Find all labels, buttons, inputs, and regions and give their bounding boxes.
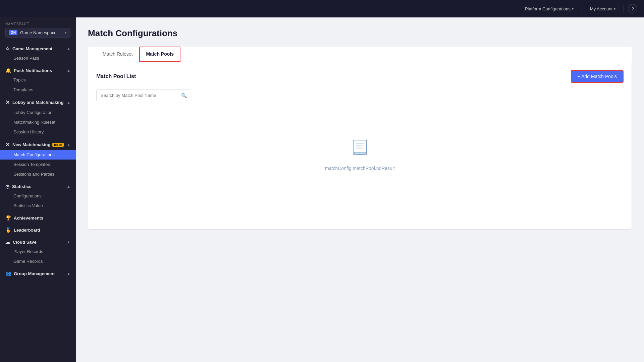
push-notifications-collapse-icon: ▲ bbox=[67, 68, 70, 72]
achievements-icon: 🏆 bbox=[5, 215, 11, 221]
namespace-section: NAMESPACE GN Game Namespace ▾ bbox=[0, 17, 76, 41]
nav-divider-2 bbox=[624, 5, 624, 13]
group-management-label: Group Management bbox=[14, 271, 55, 276]
new-matchmaking-label: New Matchmaking bbox=[12, 142, 50, 147]
tab-match-pools[interactable]: Match Pools bbox=[139, 47, 180, 62]
svg-point-5 bbox=[359, 154, 361, 155]
cloud-save-icon: ☁ bbox=[5, 239, 10, 245]
sidebar-group-achievements: 🏆 Achievements bbox=[0, 212, 76, 223]
sidebar-item-configurations[interactable]: Configurations bbox=[0, 191, 76, 201]
tab-match-ruleset[interactable]: Match Ruleset bbox=[96, 47, 139, 62]
svg-rect-4 bbox=[356, 147, 363, 148]
sidebar-item-sessions-parties[interactable]: Sessions and Parties bbox=[0, 169, 76, 179]
push-notifications-icon: 🔔 bbox=[5, 68, 11, 73]
add-match-pools-button[interactable]: + Add Match Pools bbox=[571, 70, 624, 83]
sidebar-item-statistics-value[interactable]: Statistics Value bbox=[0, 201, 76, 210]
sidebar-item-game-records[interactable]: Game Records bbox=[0, 256, 76, 266]
namespace-selector[interactable]: GN Game Namespace ▾ bbox=[5, 28, 70, 38]
group-management-collapse-icon: ▲ bbox=[67, 272, 70, 276]
sidebar-item-season-pass[interactable]: Season Pass bbox=[0, 53, 76, 63]
new-matchmaking-collapse-icon: ▲ bbox=[67, 143, 70, 147]
sidebar-group-header-push-notifications[interactable]: 🔔 Push Notifications ▲ bbox=[0, 64, 76, 75]
cloud-save-collapse-icon: ▲ bbox=[67, 240, 70, 244]
svg-rect-2 bbox=[356, 143, 364, 144]
sidebar-item-session-templates[interactable]: Session Templates bbox=[0, 160, 76, 169]
platform-configs-nav[interactable]: Platform Configurations ▾ bbox=[521, 4, 578, 13]
sidebar-group-game-management: ☆ Game Management ▲ Season Pass bbox=[0, 43, 76, 63]
sidebar-group-header-new-matchmaking[interactable]: ✕ New Matchmaking BETA ▲ bbox=[0, 138, 76, 150]
sidebar-group-header-lobby[interactable]: ✕ Lobby and Matchmaking ▲ bbox=[0, 96, 76, 108]
my-account-nav[interactable]: My Account ▾ bbox=[586, 4, 620, 13]
app-body: NAMESPACE GN Game Namespace ▾ ☆ Game Man… bbox=[0, 17, 644, 362]
search-input[interactable] bbox=[96, 89, 190, 101]
platform-configs-chevron-icon: ▾ bbox=[572, 7, 574, 11]
game-management-label: Game Management bbox=[12, 46, 52, 51]
sidebar-group-header-cloud-save[interactable]: ☁ Cloud Save ▲ bbox=[0, 236, 76, 247]
cloud-save-label: Cloud Save bbox=[13, 240, 37, 245]
main-content: Match Configurations Match Ruleset Match… bbox=[76, 17, 644, 362]
sidebar-group-statistics: ◷ Statistics ▲ Configurations Statistics… bbox=[0, 180, 76, 210]
group-management-icon: 👥 bbox=[5, 271, 11, 276]
help-button[interactable]: ? bbox=[628, 4, 637, 13]
beta-badge: BETA bbox=[52, 143, 64, 147]
namespace-label: NAMESPACE bbox=[5, 22, 70, 26]
empty-state-text: matchConfig.matchPool.noResult bbox=[325, 166, 395, 171]
achievements-label: Achievements bbox=[14, 216, 43, 221]
leaderboard-icon: 🏅 bbox=[5, 227, 11, 233]
tabs-bar: Match Ruleset Match Pools bbox=[88, 47, 632, 62]
empty-state: matchConfig.matchPool.noResult bbox=[96, 109, 624, 198]
statistics-label: Statistics bbox=[12, 184, 32, 189]
lobby-label: Lobby and Matchmaking bbox=[12, 100, 63, 105]
sidebar-item-templates[interactable]: Templates bbox=[0, 85, 76, 95]
content-panel: Match Pool List + Add Match Pools 🔍 ma bbox=[88, 62, 632, 230]
help-icon: ? bbox=[631, 6, 634, 11]
ns-badge: GN bbox=[9, 30, 17, 35]
statistics-icon: ◷ bbox=[5, 184, 9, 189]
statistics-collapse-icon: ▲ bbox=[67, 184, 70, 188]
svg-rect-3 bbox=[356, 145, 362, 146]
sidebar-group-new-matchmaking: ✕ New Matchmaking BETA ▲ Match Configura… bbox=[0, 138, 76, 179]
sidebar-group-header-game-management[interactable]: ☆ Game Management ▲ bbox=[0, 43, 76, 53]
sidebar-group-header-leaderboard[interactable]: 🏅 Leaderboard bbox=[0, 224, 76, 235]
sidebar-group-cloud-save: ☁ Cloud Save ▲ Player Records Game Recor… bbox=[0, 236, 76, 266]
game-management-collapse-icon: ▲ bbox=[67, 47, 70, 51]
sidebar-group-group-management: 👥 Group Management ▲ bbox=[0, 267, 76, 278]
top-nav: Platform Configurations ▾ My Account ▾ ? bbox=[0, 0, 644, 17]
game-management-icon: ☆ bbox=[5, 46, 10, 51]
my-account-chevron-icon: ▾ bbox=[614, 7, 615, 11]
sidebar-group-header-achievements[interactable]: 🏆 Achievements bbox=[0, 212, 76, 223]
sidebar-item-session-history[interactable]: Session History bbox=[0, 127, 76, 137]
empty-state-icon bbox=[348, 136, 372, 160]
my-account-label: My Account bbox=[590, 6, 612, 11]
ns-chevron-icon: ▾ bbox=[65, 31, 67, 35]
panel-header: Match Pool List + Add Match Pools bbox=[96, 70, 624, 83]
sidebar-group-header-statistics[interactable]: ◷ Statistics ▲ bbox=[0, 180, 76, 191]
sidebar: NAMESPACE GN Game Namespace ▾ ☆ Game Man… bbox=[0, 17, 76, 362]
search-icon: 🔍 bbox=[181, 93, 187, 98]
new-matchmaking-icon: ✕ bbox=[5, 141, 10, 148]
sidebar-item-topics[interactable]: Topics bbox=[0, 75, 76, 85]
sidebar-item-matchmaking-ruleset[interactable]: Matchmaking Ruleset bbox=[0, 117, 76, 127]
sidebar-group-header-group-management[interactable]: 👥 Group Management ▲ bbox=[0, 267, 76, 278]
tab-match-pools-label: Match Pools bbox=[146, 51, 173, 57]
page-title: Match Configurations bbox=[88, 28, 632, 39]
sidebar-item-lobby-configuration[interactable]: Lobby Configuration bbox=[0, 108, 76, 117]
push-notifications-label: Push Notifications bbox=[14, 68, 52, 73]
ns-name: Game Namespace bbox=[20, 30, 56, 35]
panel-title: Match Pool List bbox=[96, 73, 136, 79]
search-container: 🔍 bbox=[96, 89, 190, 101]
sidebar-group-lobby-matchmaking: ✕ Lobby and Matchmaking ▲ Lobby Configur… bbox=[0, 96, 76, 137]
nav-divider bbox=[582, 5, 582, 13]
tab-match-ruleset-label: Match Ruleset bbox=[103, 51, 132, 57]
sidebar-group-push-notifications: 🔔 Push Notifications ▲ Topics Templates bbox=[0, 64, 76, 95]
sidebar-item-player-records[interactable]: Player Records bbox=[0, 247, 76, 256]
sidebar-group-leaderboard: 🏅 Leaderboard bbox=[0, 224, 76, 235]
sidebar-item-match-configurations[interactable]: Match Configurations bbox=[0, 150, 76, 160]
lobby-collapse-icon: ▲ bbox=[67, 101, 70, 105]
platform-configs-label: Platform Configurations bbox=[525, 6, 571, 11]
leaderboard-label: Leaderboard bbox=[14, 228, 40, 233]
lobby-icon: ✕ bbox=[5, 99, 10, 106]
